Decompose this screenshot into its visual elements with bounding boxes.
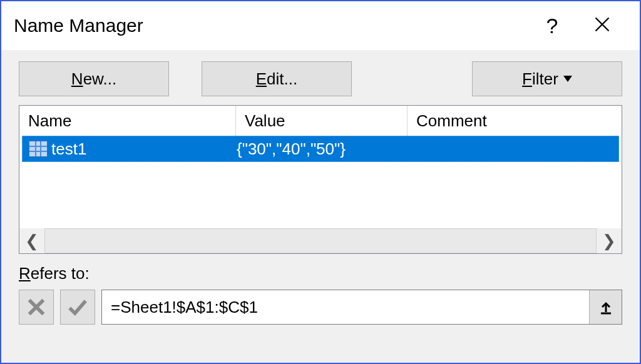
horizontal-scrollbar[interactable]: ❮ ❯ (19, 228, 622, 253)
chevron-down-icon (563, 76, 572, 82)
list-header: Name Value Comment (19, 106, 622, 136)
new-button[interactable]: New... (19, 61, 169, 96)
close-button[interactable] (577, 16, 627, 36)
help-button[interactable]: ? (527, 14, 577, 38)
check-icon (67, 296, 88, 318)
collapse-icon (598, 300, 613, 315)
dialog-title: Name Manager (14, 15, 143, 36)
row-value: {"30","40","50"} (237, 139, 408, 159)
column-header-comment[interactable]: Comment (408, 106, 622, 136)
commit-edit-button[interactable] (60, 290, 95, 325)
refers-to-label: Refers to: (19, 264, 622, 283)
column-header-name[interactable]: Name (19, 106, 236, 136)
scroll-track[interactable] (44, 228, 597, 253)
name-manager-dialog: Name Manager ? New... Edit... Filter Nam… (0, 0, 641, 364)
cancel-edit-button[interactable] (19, 290, 54, 325)
list-row[interactable]: test1 {"30","40","50"} (22, 136, 619, 162)
x-icon (26, 296, 47, 318)
refers-to-section: Refers to: (1, 254, 640, 325)
column-header-value[interactable]: Value (236, 106, 408, 136)
edit-button[interactable]: Edit... (202, 61, 352, 96)
collapse-dialog-button[interactable] (589, 290, 622, 324)
titlebar: Name Manager ? (1, 1, 640, 50)
chevron-right-icon: ❯ (602, 233, 616, 249)
filter-button[interactable]: Filter (472, 61, 622, 96)
refers-to-field (101, 290, 622, 325)
row-name: test1 (51, 139, 86, 159)
scroll-left-button[interactable]: ❮ (19, 228, 44, 253)
named-range-icon (29, 141, 48, 157)
chevron-left-icon: ❮ (25, 233, 39, 249)
close-icon (593, 16, 611, 33)
names-list: Name Value Comment test1 {"30","40","50"… (19, 105, 622, 254)
toolbar: New... Edit... Filter (1, 50, 640, 105)
scroll-right-button[interactable]: ❯ (597, 228, 622, 253)
refers-to-input[interactable] (102, 290, 589, 324)
